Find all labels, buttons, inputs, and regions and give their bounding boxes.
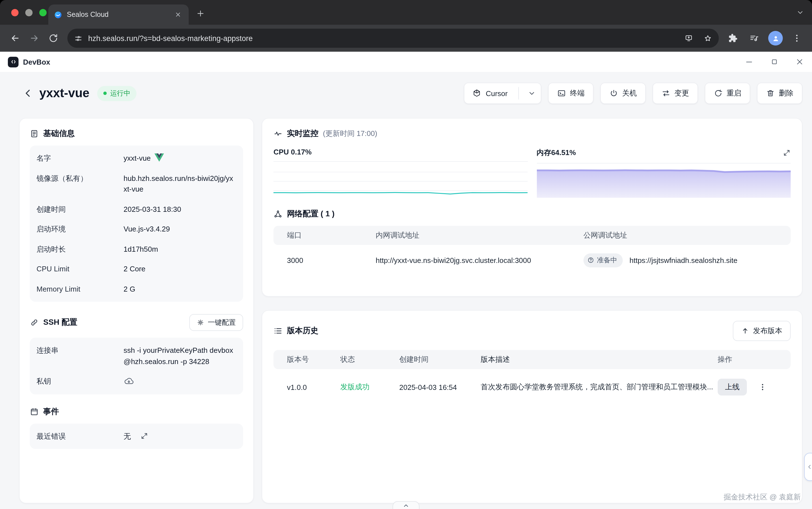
minimize-icon[interactable]	[744, 57, 753, 67]
info-label: 私钥	[36, 376, 123, 387]
info-value: 1d17h50m	[123, 243, 158, 254]
network-nodes-icon	[274, 209, 282, 218]
info-value: 2 Core	[123, 264, 145, 274]
bookmark-star-icon[interactable]	[700, 30, 715, 46]
one-click-config-button[interactable]: 一键配置	[189, 314, 243, 331]
shutdown-button[interactable]: 关机	[600, 82, 646, 104]
expand-monitor-icon[interactable]	[783, 149, 791, 157]
terminal-button[interactable]: 终端	[548, 82, 594, 104]
arrow-up-icon	[741, 327, 749, 335]
change-button[interactable]: 变更	[652, 82, 698, 104]
screen: Sealos Cloud hzh.sealos.run/?s=bd-sealos…	[0, 0, 812, 509]
cpu-chart-label: CPU 0.17%	[274, 148, 312, 156]
column-status: 状态	[340, 354, 399, 365]
install-app-icon[interactable]	[681, 30, 696, 46]
reload-button[interactable]	[44, 29, 63, 48]
media-controls-icon[interactable]	[745, 29, 764, 48]
browser-menu-icon[interactable]	[787, 29, 806, 48]
minimize-window-button[interactable]	[25, 9, 33, 16]
change-button-label: 变更	[674, 88, 689, 98]
address-bar[interactable]: hzh.sealos.run/?s=bd-sealos-marketing-ap…	[67, 29, 719, 48]
side-panel-handle[interactable]	[804, 453, 812, 481]
cursor-button-label: Cursor	[486, 89, 508, 98]
status-badge: 运行中	[98, 86, 137, 101]
ssh-connection-row: 连接串 ssh -i yourPrivateKeyPath devbox@hzh…	[36, 340, 237, 371]
delete-button[interactable]: 删除	[757, 82, 803, 104]
new-tab-button[interactable]	[192, 5, 209, 22]
sealos-favicon	[54, 10, 62, 19]
content: 基础信息 名字 yxxt-vue 镜像源（私有） hub.hzh.	[19, 118, 803, 503]
info-value: 2 G	[123, 283, 135, 294]
browser-tab-sealos-cloud[interactable]: Sealos Cloud	[48, 4, 189, 25]
network-table-row: 3000 http://yxxt-vue.ns-biwi20jg.svc.clu…	[274, 245, 791, 275]
info-row-runtime: 启动环境 Vue.js-v3.4.29	[36, 219, 237, 239]
info-value: hub.hzh.sealos.run/ns-biwi20jg/yxxt-vue	[123, 173, 237, 195]
ssh-private-key-row: 私钥	[36, 371, 237, 391]
question-circle-icon	[588, 257, 594, 264]
maximize-icon[interactable]	[769, 57, 779, 67]
versions-table-header: 版本号 状态 创建时间 版本描述 操作	[274, 350, 791, 369]
row-menu-icon[interactable]	[758, 383, 767, 392]
events-panel: 最近错误 无	[30, 423, 243, 449]
expand-errors-icon[interactable]	[140, 432, 148, 440]
terminal-icon	[557, 89, 566, 98]
chevron-up-icon	[402, 502, 410, 509]
cloud-download-icon[interactable]	[123, 376, 134, 386]
tab-search-chevron-icon[interactable]	[796, 8, 804, 16]
gear-icon	[197, 318, 204, 327]
port-value: 3000	[274, 256, 376, 264]
close-window-button[interactable]	[11, 9, 19, 16]
back-chevron-icon[interactable]	[21, 87, 35, 100]
cursor-cube-icon	[472, 89, 481, 98]
cursor-chevron-down-icon[interactable]	[523, 83, 541, 103]
cursor-split-button[interactable]: Cursor	[464, 82, 541, 104]
close-icon[interactable]	[795, 57, 804, 67]
info-value: Vue.js-v3.4.29	[123, 224, 170, 235]
devbox-logo-icon	[8, 57, 19, 67]
memory-chart-plot	[536, 163, 791, 198]
info-label: 启动环境	[36, 224, 123, 235]
events-title: 事件	[43, 406, 59, 416]
shutdown-button-label: 关机	[622, 88, 637, 98]
info-label: 镜像源（私有）	[36, 173, 123, 195]
network-table-header: 端口 内网调试地址 公网调试地址	[274, 226, 791, 245]
column-internal-address: 内网调试地址	[376, 230, 584, 240]
monitor-card: 实时监控 (更新时间 17:00) CPU 0.17%	[262, 118, 803, 297]
status-dot	[104, 92, 107, 95]
cpu-chart: CPU 0.17%	[274, 148, 528, 198]
memory-chart-label: 内存64.51%	[536, 148, 576, 158]
recent-error-row: 最近错误 无	[36, 426, 237, 446]
back-button[interactable]	[6, 29, 25, 48]
info-label: 最近错误	[36, 431, 123, 442]
restart-button[interactable]: 重启	[705, 82, 750, 104]
info-label: 连接串	[36, 345, 123, 367]
fullscreen-window-button[interactable]	[39, 9, 47, 16]
events-header: 事件	[30, 406, 243, 416]
one-click-config-label: 一键配置	[208, 318, 236, 327]
preparing-status-badge: 准备中	[584, 253, 623, 267]
list-icon	[274, 327, 282, 335]
forward-button[interactable]	[25, 29, 44, 48]
info-row-image: 镜像源（私有） hub.hzh.sealos.run/ns-biwi20jg/y…	[36, 168, 237, 199]
info-row-created: 创建时间 2025-03-31 18:30	[36, 199, 237, 219]
profile-avatar[interactable]	[768, 31, 783, 45]
column-created: 创建时间	[399, 354, 481, 365]
url-text[interactable]: hzh.sealos.run/?s=bd-sealos-marketing-ap…	[88, 34, 675, 42]
publish-version-button[interactable]: 发布版本	[733, 321, 791, 341]
internal-address-value[interactable]: http://yxxt-vue.ns-biwi20jg.svc.cluster.…	[376, 256, 584, 264]
site-settings-icon[interactable]	[74, 34, 82, 42]
charts-row: CPU 0.17% 内存64.51%	[274, 148, 791, 198]
go-online-button[interactable]: 上线	[718, 379, 747, 396]
vue-logo-icon	[155, 154, 164, 162]
tab-close-icon[interactable]	[173, 9, 183, 20]
basic-info-header: 基础信息	[30, 129, 243, 139]
extensions-puzzle-icon[interactable]	[723, 29, 742, 48]
pulse-icon	[274, 129, 282, 138]
basic-info-panel: 名字 yxxt-vue 镜像源（私有） hub.hzh.sealos.run/n…	[30, 145, 243, 302]
delete-button-label: 删除	[779, 88, 793, 98]
basic-info-card: 基础信息 名字 yxxt-vue 镜像源（私有） hub.hzh.	[19, 118, 254, 503]
version-table-row: v1.0.0 发版成功 2025-04-03 16:54 首次发布圆心学堂教务管…	[274, 369, 791, 405]
collapse-panel-handle[interactable]	[392, 501, 420, 509]
devbox-app: yxxt-vue 运行中 Cursor	[0, 72, 812, 509]
public-address-value[interactable]: https://jsjtswfniadh.sealoshzh.site	[630, 256, 737, 264]
